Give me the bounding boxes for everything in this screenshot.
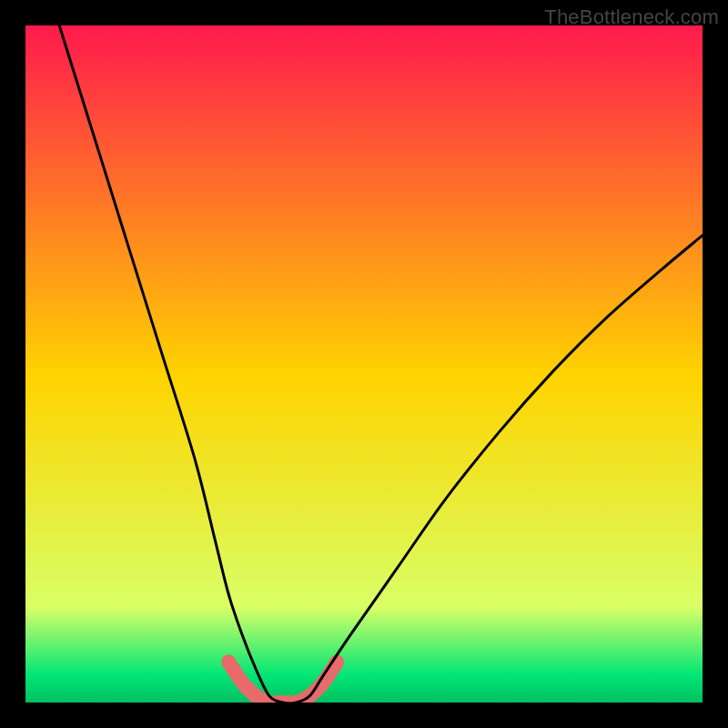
chart-svg xyxy=(25,25,703,703)
chart-frame: TheBottleneck.com xyxy=(0,0,728,728)
plot-area xyxy=(25,25,703,703)
gradient-background xyxy=(25,25,703,703)
